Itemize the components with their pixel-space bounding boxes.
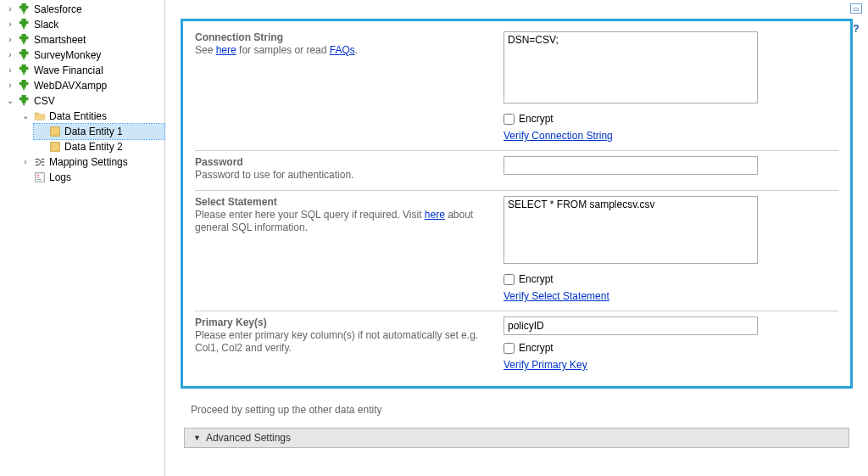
tree-item-label: Mapping Settings [49,154,128,170]
nav-tree: › Salesforce › Slack › Smartsheet › Surv… [0,0,165,476]
tree-item-slack[interactable]: › Slack [3,17,164,32]
encrypt-select-checkbox[interactable]: Encrypt [504,273,838,285]
field-title: Password [195,156,483,169]
verify-primary-link[interactable]: Verify Primary Key [504,359,587,371]
tree-item-salesforce[interactable]: › Salesforce [3,2,164,17]
help-icon[interactable]: ? [849,22,863,36]
section-select-statement: Select Statement Please enter here your … [195,191,838,311]
plugin-icon [18,3,31,16]
folder-icon [33,109,47,123]
main-panel: ▭ ? Connection String See here for sampl… [165,0,868,476]
field-title: Primary Key(s) [195,316,483,329]
tree-item-label: Smartsheet [34,32,86,48]
tree-item-label: SurveyMonkey [34,48,101,63]
tree-item-data-entities[interactable]: ⌄ Data Entities [19,109,164,124]
chevron-right-icon: › [5,63,15,78]
chevron-right-icon: › [5,17,15,32]
field-title: Connection String [195,31,483,44]
chevron-right-icon: › [5,78,15,93]
chevron-right-icon: › [5,2,15,17]
field-desc: Please enter primary key column(s) if no… [195,329,483,355]
tree-item-label: Slack [34,17,58,32]
svg-rect-2 [36,173,45,182]
field-desc: See here for samples or read FAQs. [195,44,483,57]
tree-item-surveymonkey[interactable]: › SurveyMonkey [3,48,164,63]
plugin-icon [18,79,31,92]
encrypt-connection-checkbox[interactable]: Encrypt [504,113,838,125]
entity-settings-box: Connection String See here for samples o… [181,19,853,389]
verify-select-link[interactable]: Verify Select Statement [504,290,609,302]
encrypt-primary-checkbox[interactable]: Encrypt [504,342,838,354]
chevron-down-icon: ⌄ [20,109,31,124]
tree-item-data-entity-2[interactable]: Data Entity 2 [34,139,164,154]
verify-connection-link[interactable]: Verify Connection String [504,130,613,142]
entity-icon [48,140,62,154]
chevron-right-icon: › [20,154,31,170]
password-input[interactable] [504,156,758,175]
tree-item-data-entity-1[interactable]: Data Entity 1 [34,124,164,139]
proceed-hint: Proceed by setting up the other data ent… [191,404,843,416]
tree-item-smartsheet[interactable]: › Smartsheet [3,32,164,48]
plugin-icon [18,18,31,31]
tree-item-wave-financial[interactable]: › Wave Financial [3,63,164,78]
plugin-icon [18,48,31,62]
entity-icon [48,125,62,138]
section-password: Password Password to use for authenticat… [195,151,838,191]
tree-item-label: WebDAVXampp [34,78,107,93]
samples-link[interactable]: here [216,44,236,56]
tree-item-label: Data Entity 2 [64,139,123,154]
layout-icon[interactable]: ▭ [850,3,862,14]
tree-item-mapping-settings[interactable]: › Mapping Settings [19,154,164,170]
section-primary-key: Primary Key(s) Please enter primary key … [195,311,838,379]
field-desc: Password to use for authentication. [195,169,483,182]
advanced-settings-toggle[interactable]: ▼ Advanced Settings [184,428,849,448]
tree-item-label: Logs [49,170,71,185]
logs-icon [33,171,47,184]
plugin-icon [18,33,31,47]
chevron-right-icon: › [5,48,15,63]
field-desc: Please enter here your SQL query if requ… [195,209,483,234]
faqs-link[interactable]: FAQs [330,44,355,56]
chevron-down-icon: ⌄ [5,93,15,109]
tree-item-label: Data Entities [49,109,107,124]
plugin-icon [18,64,31,77]
tree-item-logs[interactable]: Logs [19,170,164,185]
svg-rect-1 [51,143,60,152]
section-connection-string: Connection String See here for samples o… [195,26,838,151]
field-title: Select Statement [195,196,483,209]
select-statement-input[interactable]: SELECT * FROM samplecsv.csv [504,196,758,264]
tree-item-csv[interactable]: ⌄ CSV [3,93,164,109]
collapse-triangle-icon: ▼ [193,434,201,442]
tree-item-label: Salesforce [34,2,82,17]
tree-item-label: CSV [34,93,55,109]
tree-item-webdavxampp[interactable]: › WebDAVXampp [3,78,164,93]
svg-rect-0 [51,127,60,137]
tree-item-label: Wave Financial [34,63,103,78]
primary-key-input[interactable] [504,316,758,335]
advanced-settings-label: Advanced Settings [206,432,291,444]
mapping-icon [33,155,47,169]
sql-info-link[interactable]: here [425,209,445,221]
plugin-icon [18,94,31,108]
connection-string-input[interactable]: DSN=CSV; [504,31,758,104]
chevron-right-icon: › [5,32,15,48]
tree-item-label: Data Entity 1 [64,124,123,139]
